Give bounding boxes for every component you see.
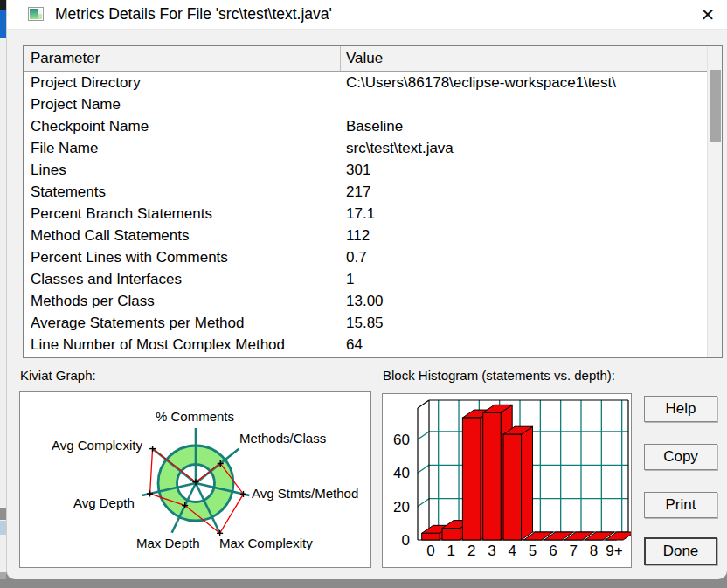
histogram-ytick-label: 60 bbox=[393, 432, 410, 448]
value-cell: 17.1 bbox=[346, 203, 375, 225]
param-cell: Method Call Statements bbox=[31, 225, 189, 246]
histogram-ytick-label: 40 bbox=[393, 465, 410, 481]
histogram-bar bbox=[422, 533, 440, 540]
value-cell: 217 bbox=[346, 181, 370, 203]
param-cell: Average Statements per Method bbox=[31, 312, 244, 334]
param-cell: Lines bbox=[31, 159, 66, 181]
param-cell: Project Name bbox=[31, 93, 121, 115]
block-histogram: 02040600123456789+ bbox=[383, 394, 631, 567]
table-row[interactable]: Methods per Class13.00 bbox=[24, 290, 707, 312]
table-row[interactable]: Line Number of Most Complex Method64 bbox=[24, 334, 707, 356]
histogram-xtick-label: 7 bbox=[570, 543, 578, 559]
param-cell: Checkpoint Name bbox=[31, 115, 149, 137]
histogram-xtick-label: 0 bbox=[426, 543, 434, 559]
app-icon-chart-area bbox=[30, 9, 38, 19]
value-cell: C:\Users\86178\eclipse-workspace1\test\ bbox=[346, 72, 616, 93]
table-row[interactable]: Percent Lines with Comments0.7 bbox=[24, 246, 707, 268]
background-bottom-strip bbox=[0, 579, 727, 588]
value-cell: 13.00 bbox=[346, 290, 384, 312]
kiviat-axis-label: Avg Stmts/Method bbox=[252, 486, 358, 501]
histogram-ytick-label: 20 bbox=[393, 499, 410, 515]
table-scrollbar[interactable] bbox=[707, 46, 722, 357]
histogram-xtick-label: 3 bbox=[488, 543, 495, 559]
histogram-xtick-label: 2 bbox=[467, 543, 475, 559]
value-cell: 0.7 bbox=[346, 246, 367, 268]
table-row[interactable]: File Namesrc\test\text.java bbox=[24, 137, 707, 159]
histogram-bar bbox=[462, 418, 481, 540]
histogram-xtick-label: 5 bbox=[529, 543, 537, 559]
app-icon-lowlight bbox=[38, 14, 42, 19]
value-cell: src\test\text.java bbox=[346, 137, 454, 159]
value-cell: 301 bbox=[346, 159, 370, 181]
kiviat-axis-label: Max Depth bbox=[136, 536, 200, 550]
table-row[interactable]: Project DirectoryC:\Users\86178\eclipse-… bbox=[24, 72, 707, 93]
histogram-bar bbox=[503, 434, 522, 540]
value-cell: 64 bbox=[346, 334, 363, 356]
background-window-sliver bbox=[0, 0, 6, 588]
table-row[interactable]: Method Call Statements112 bbox=[24, 225, 707, 246]
background-dark-segment bbox=[0, 0, 6, 10]
background-blue-segment bbox=[0, 10, 6, 38]
histogram-bar-side bbox=[522, 426, 533, 540]
close-icon: ✕ bbox=[701, 4, 716, 25]
table-row[interactable]: Lines301 bbox=[24, 159, 707, 181]
title-bar[interactable]: Metrics Details For File 'src\test\text.… bbox=[7, 0, 727, 30]
table-row[interactable]: Average Statements per Method15.85 bbox=[24, 312, 707, 334]
metrics-table: Parameter Value Project DirectoryC:\User… bbox=[23, 45, 723, 358]
kiviat-axis-label: Methods/Class bbox=[239, 431, 326, 446]
block-histogram-label: Block Histogram (statements vs. depth): bbox=[383, 368, 615, 383]
help-button[interactable]: Help bbox=[644, 396, 717, 422]
histogram-bar bbox=[483, 412, 502, 540]
kiviat-axis-label: % Comments bbox=[156, 409, 234, 424]
param-cell: File Name bbox=[31, 137, 98, 159]
table-rows: Project DirectoryC:\Users\86178\eclipse-… bbox=[24, 72, 707, 357]
histogram-tick-slash bbox=[418, 432, 429, 439]
param-cell: Statements bbox=[31, 181, 106, 203]
screen: Metrics Details For File 'src\test\text.… bbox=[0, 0, 727, 588]
kiviat-axis-label: Max Complexity bbox=[219, 536, 313, 550]
param-cell: Classes and Interfaces bbox=[31, 268, 182, 290]
block-histogram-box: 02040600123456789+ bbox=[382, 393, 632, 568]
table-row[interactable]: Percent Branch Statements17.1 bbox=[24, 203, 707, 225]
histogram-tick-slash bbox=[418, 465, 429, 473]
scrollbar-thumb[interactable] bbox=[710, 70, 721, 142]
close-button[interactable]: ✕ bbox=[695, 2, 721, 28]
histogram-frame bbox=[418, 400, 429, 408]
copy-button[interactable]: Copy bbox=[644, 444, 717, 470]
window-title: Metrics Details For File 'src\test\text.… bbox=[55, 5, 332, 24]
background-blue-segment-2 bbox=[0, 521, 6, 535]
histogram-ytick-label: 0 bbox=[402, 532, 410, 549]
histogram-tick-slash bbox=[418, 499, 429, 507]
histogram-bar bbox=[442, 529, 460, 540]
histogram-xtick-label: 1 bbox=[447, 543, 455, 559]
kiviat-axis-label: Avg Depth bbox=[73, 495, 135, 510]
histogram-xtick-label: 8 bbox=[590, 543, 598, 559]
done-button[interactable]: Done bbox=[644, 537, 717, 565]
value-cell: 15.85 bbox=[346, 312, 384, 334]
histogram-xtick-label: 4 bbox=[509, 543, 516, 559]
histogram-xtick-label: 9+ bbox=[606, 543, 622, 559]
kiviat-graph: % CommentsMethods/ClassAvg Stmts/MethodM… bbox=[20, 392, 370, 567]
metrics-details-dialog: Metrics Details For File 'src\test\text.… bbox=[6, 0, 727, 579]
param-cell: Methods per Class bbox=[31, 290, 155, 312]
table-header: Parameter Value bbox=[24, 46, 707, 72]
table-row[interactable]: Statements217 bbox=[24, 181, 707, 203]
value-cell: 1 bbox=[346, 268, 354, 290]
param-cell: Percent Branch Statements bbox=[31, 203, 212, 225]
kiviat-graph-box: % CommentsMethods/ClassAvg Stmts/MethodM… bbox=[19, 391, 371, 568]
kiviat-axis-label: Avg Complexity bbox=[52, 438, 142, 453]
kiviat-graph-label: Kiviat Graph: bbox=[20, 368, 96, 383]
table-row[interactable]: Classes and Interfaces1 bbox=[24, 268, 707, 290]
print-button[interactable]: Print bbox=[644, 492, 717, 518]
histogram-xtick-label: 6 bbox=[549, 543, 557, 559]
table-row[interactable]: Checkpoint NameBaseline bbox=[24, 115, 707, 137]
value-cell: Baseline bbox=[346, 115, 403, 137]
param-cell: Percent Lines with Comments bbox=[31, 246, 228, 268]
param-cell: Line Number of Most Complex Method bbox=[31, 334, 285, 356]
column-header-parameter[interactable]: Parameter bbox=[24, 46, 341, 71]
param-cell: Project Directory bbox=[31, 72, 141, 93]
background-scrollbar-thumb bbox=[0, 508, 6, 520]
app-icon[interactable] bbox=[28, 7, 44, 21]
table-row[interactable]: Project Name bbox=[24, 93, 707, 115]
column-header-value[interactable]: Value bbox=[341, 46, 707, 71]
